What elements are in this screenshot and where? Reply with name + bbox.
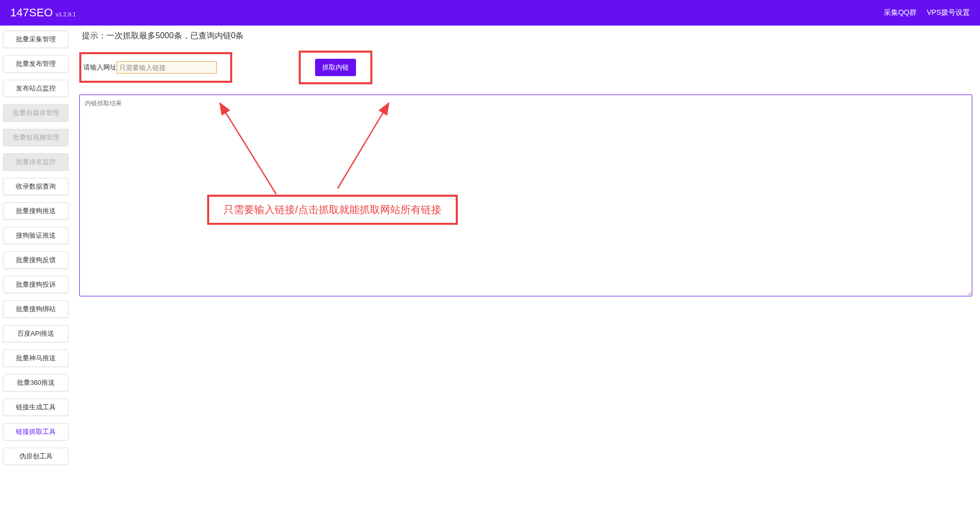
input-row: 请输入网址 抓取内链 — [79, 51, 972, 84]
app-title: 147SEO — [10, 6, 53, 19]
vps-settings-link[interactable]: VPS拨号设置 — [927, 8, 970, 17]
sidebar-item-5: 批量排名监控 — [3, 153, 69, 171]
main-content: 提示：一次抓取最多5000条，已查询内链0条 请输入网址 抓取内链 只需要输入链… — [72, 26, 980, 511]
sidebar-item-13[interactable]: 批量神马推送 — [3, 350, 69, 367]
hint-text: 提示：一次抓取最多5000条，已查询内链0条 — [82, 31, 972, 41]
input-group-highlight: 请输入网址 — [79, 52, 232, 83]
sidebar: 批量采集管理批量发布管理发布站点监控批量自媒体管理批量短视频管理批量排名监控收录… — [0, 26, 72, 511]
sidebar-item-12[interactable]: 百度API推送 — [3, 325, 69, 342]
header-links: 采集QQ群 VPS拨号设置 — [884, 8, 970, 17]
sidebar-item-4: 批量短视频管理 — [3, 129, 69, 146]
qq-group-link[interactable]: 采集QQ群 — [884, 8, 917, 17]
sidebar-item-10[interactable]: 批量搜狗投诉 — [3, 276, 69, 293]
app-version: v1.2.9.1 — [56, 11, 76, 17]
fetch-links-button[interactable]: 抓取内链 — [315, 59, 356, 76]
sidebar-item-15[interactable]: 链接生成工具 — [3, 399, 69, 416]
result-textarea[interactable] — [79, 95, 972, 296]
sidebar-item-0[interactable]: 批量采集管理 — [3, 31, 69, 48]
sidebar-item-11[interactable]: 批量搜狗绑站 — [3, 300, 69, 318]
url-input-label: 请输入网址 — [83, 63, 117, 72]
sidebar-item-16[interactable]: 链接抓取工具 — [3, 423, 69, 440]
sidebar-item-3: 批量自媒体管理 — [3, 104, 69, 122]
app-header: 147SEO v1.2.9.1 采集QQ群 VPS拨号设置 — [0, 0, 980, 26]
sidebar-item-17[interactable]: 伪原创工具 — [3, 448, 69, 465]
header-brand: 147SEO v1.2.9.1 — [10, 6, 76, 19]
sidebar-item-1[interactable]: 批量发布管理 — [3, 55, 69, 73]
sidebar-item-14[interactable]: 批量360推送 — [3, 374, 69, 391]
sidebar-item-2[interactable]: 发布站点监控 — [3, 80, 69, 97]
button-highlight: 抓取内链 — [299, 51, 372, 84]
sidebar-item-6[interactable]: 收录数据查询 — [3, 178, 69, 195]
url-input[interactable] — [117, 61, 217, 74]
sidebar-item-7[interactable]: 批量搜狗推送 — [3, 202, 69, 220]
sidebar-item-9[interactable]: 批量搜狗反馈 — [3, 251, 69, 269]
sidebar-item-8[interactable]: 搜狗验证推送 — [3, 227, 69, 244]
